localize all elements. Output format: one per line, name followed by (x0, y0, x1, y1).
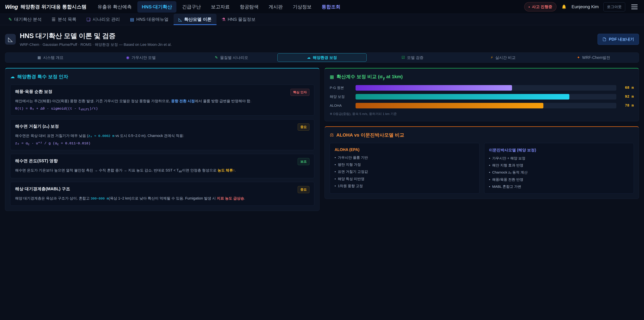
bar-label: 해양 보정 (330, 94, 352, 99)
chart-icon: ▦ (38, 56, 41, 59)
box-title: ALOHA (EPA) (334, 148, 474, 152)
bar-track (356, 94, 616, 100)
sigma-comparison-card: ▦ 확산계수 보정 비교 (σy at 1km) P-G 원본 68 m 해양 … (324, 68, 639, 121)
stab-system-overview[interactable]: ▦ 시스템 개요 (6, 53, 95, 62)
app-title: 해양환경 위기대응 통합시스템 (20, 4, 86, 10)
stab-marine-correction[interactable]: ☁ 해양환경 보정 (278, 53, 366, 62)
main-nav: 유출유 확산예측 HNS·대기확산 긴급구난 보고자료 항공탐색 게시판 기상정… (93, 1, 518, 13)
list-item: 해양 특성 미반영 (334, 176, 474, 181)
stab-realtime-comparison[interactable]: ⚡ 실시간 비교 (458, 53, 548, 62)
bar-row-aloha: ALOHA 78 m (330, 103, 634, 108)
nav-item-oil-spill[interactable]: 유출유 확산예측 (93, 1, 136, 13)
factor-badge: 핵심 인자 (290, 89, 310, 96)
bar-chart-icon: ▦ (330, 75, 334, 79)
bar-label: ALOHA (330, 104, 352, 108)
stab-substance-scenario[interactable]: ✎ 물질별 시나리오 (187, 53, 276, 62)
model-comparison-card: ⚖ ALOHA vs 이문진박사모델 비교 ALOHA (EPA) 가우시안 플… (324, 126, 639, 199)
pdf-export-button[interactable]: PDF 내보내기 (598, 34, 639, 45)
tab-label: HNS 물질정보 (228, 17, 256, 22)
bar-row-marine-corrected: 해양 보정 92 m (330, 94, 634, 100)
stab-model-validation[interactable]: ☑ 모델 검증 (368, 53, 457, 62)
stab-label: 가우시안 모델 (132, 55, 156, 60)
hamburger-menu-icon[interactable] (630, 3, 639, 11)
tab-analysis-list[interactable]: ☰ 분석 목록 (46, 14, 82, 25)
section-tabs: ▦ 시스템 개요 ◉ 가우시안 모델 ✎ 물질별 시나리오 ☁ 해양환경 보정 … (5, 53, 639, 63)
document-icon (602, 37, 606, 41)
box-title: 이문진박사모델 (해양 보정) (489, 148, 629, 153)
nav-item-reports[interactable]: 보고자료 (206, 1, 234, 13)
nav-item-hns-atmos[interactable]: HNS·대기확산 (137, 1, 176, 13)
page-header-left: ◺ HNS 대기확산 모델 이론 및 검증 WRF-Chem · Gaussia… (5, 31, 172, 47)
factor-title: 해수면 온도(SST) 영향 (15, 158, 58, 164)
cloud-icon: ☁ (307, 56, 310, 59)
card-title: ▦ 확산계수 보정 비교 (σy at 1km) (330, 74, 634, 80)
notification-bell-icon[interactable] (561, 4, 567, 10)
stab-gaussian-model[interactable]: ◉ 가우시안 모델 (96, 53, 186, 62)
bar-fill-pg (356, 85, 512, 91)
list-item: 해풍/육풍 전환 반영 (489, 177, 629, 182)
card-title: ☁ 해양환경 특수 보정 인자 (10, 74, 314, 80)
factor-badge: 보조 (298, 158, 310, 165)
bar-track (356, 103, 616, 108)
top-navbar: Wing 해양환경 위기대응 통합시스템 유출유 확산예측 HNS·대기확산 긴… (0, 0, 644, 14)
list-icon: ☰ (52, 17, 56, 22)
stab-label: 물질별 시나리오 (220, 55, 248, 60)
incident-label: 사고 진행중 (532, 4, 552, 10)
brand: Wing 해양환경 위기대응 통합시스템 (5, 4, 86, 10)
factor-sst-effect: 해수면 온도(SST) 영향 보조 해수면 온도가 기온보다 높으면 열적 불안… (10, 154, 314, 178)
stab-wrf-chem[interactable]: ✦ WRF-Chem발전 (549, 53, 638, 62)
page-title: HNS 대기확산 모델 이론 및 검증 (20, 31, 172, 41)
factor-formula: θ(t) = θ₀ + Δθ · sigmoid((t - tshift)/τ) (15, 107, 310, 111)
tab-hns-manual[interactable]: ▤ HNS 대응매뉴얼 (125, 14, 174, 25)
bar-row-pg-original: P-G 원본 68 m (330, 85, 634, 91)
tab-diffusion-model-theory[interactable]: ◺ 확산모델 이론 (174, 14, 216, 25)
list-item: 가우시안 플룸 기반 (334, 155, 474, 160)
sub-navbar: ✎ 대기확산 분석 ☰ 분석 목록 ❏ 시나리오 관리 ▤ HNS 대응매뉴얼 … (0, 14, 644, 25)
factor-sea-surface-roughness: 해수면 거칠기 (z₀) 보정 중요 해수면은 육상 대비 표면 거칠기가 매우… (10, 119, 314, 150)
page-subtitle: WRF-Chem · Gaussian Plume/Puff · ROMS · … (20, 42, 172, 47)
tab-label: 시나리오 관리 (92, 17, 120, 22)
factor-title: 해수면 거칠기 (z₀) 보정 (15, 124, 59, 129)
scale-icon: ⚖ (330, 133, 334, 137)
factor-description: 해안에서는 주간(해풍)·야간(육풍) 풍향 전환 발생. 기존 가우시안 모델… (15, 98, 310, 104)
app-root: Wing 해양환경 위기대응 통합시스템 유출유 확산예측 HNS·대기확산 긴… (0, 0, 644, 219)
folder-icon: ❏ (86, 17, 90, 22)
bar-value: 78 m (620, 104, 634, 108)
app-logo: Wing (5, 4, 18, 10)
bar-track (356, 85, 616, 91)
nav-item-board[interactable]: 게시판 (264, 1, 287, 13)
list-item: 1차원 풍향 고정 (334, 183, 474, 188)
card-title: ⚖ ALOHA vs 이문진박사모델 비교 (330, 132, 634, 138)
bar-fill-marine (356, 94, 569, 100)
logout-button[interactable]: 로그아웃 (604, 2, 625, 12)
page-header: ◺ HNS 대기확산 모델 이론 및 검증 WRF-Chem · Gaussia… (0, 25, 644, 53)
incident-dot-icon: ● (528, 6, 530, 8)
nav-item-weather[interactable]: 기상정보 (288, 1, 316, 13)
spark-icon: ✦ (577, 56, 580, 59)
bar-value: 68 m (620, 86, 634, 90)
stab-label: 실시간 비교 (495, 55, 516, 60)
bar-label: P-G 원본 (330, 85, 352, 90)
nav-item-aerial-search[interactable]: 항공탐색 (236, 1, 263, 13)
pencil-icon: ✎ (8, 17, 12, 22)
cloud-icon: ☁ (10, 75, 15, 79)
feature-list: 가우시안 + 해양 보정 해안 지형 효과 반영 Charnock z₀ 동적 … (489, 156, 629, 189)
circle-icon: ◉ (126, 56, 129, 59)
tab-scenario-management[interactable]: ❏ 시나리오 관리 (82, 14, 125, 25)
stab-label: 모델 검증 (407, 55, 424, 60)
factor-badge: 중요 (298, 186, 310, 193)
factor-title: 해풍·육풍 순환 보정 (15, 89, 52, 94)
topnav-right: ● 사고 진행중 Eunjeong Kim 로그아웃 (524, 2, 639, 12)
nav-item-integrated-search[interactable]: 통합조회 (317, 1, 345, 13)
bar-fill-aloha (356, 103, 544, 108)
list-item: MABL 혼합고 가변 (489, 184, 629, 189)
list-item: Charnock z₀ 동적 계산 (489, 170, 629, 175)
incident-status-badge: ● 사고 진행중 (524, 2, 556, 12)
checkbox-icon: ☑ (402, 56, 405, 59)
factor-sea-land-breeze: 해풍·육풍 순환 보정 핵심 인자 해안에서는 주간(해풍)·야간(육풍) 풍향… (10, 85, 314, 116)
nav-item-rescue[interactable]: 긴급구난 (178, 1, 205, 13)
tab-hns-substance-info[interactable]: ⚗ HNS 물질정보 (216, 14, 260, 25)
tab-atmos-analysis[interactable]: ✎ 대기확산 분석 (3, 14, 46, 25)
tab-label: 분석 목록 (58, 17, 76, 22)
feature-list: 가우시안 플룸 기반 평탄 지형 가정 표면 거칠기 고정값 해양 특성 미반영… (334, 155, 474, 188)
